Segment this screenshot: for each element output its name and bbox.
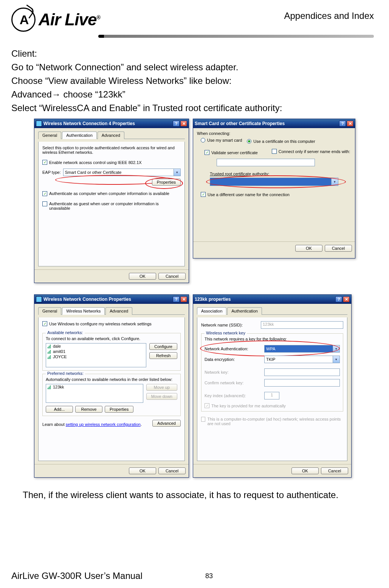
network-auth-select[interactable]: WPA [264, 345, 340, 353]
airlive-icon: A [11, 8, 36, 32]
close-button[interactable]: ✕ [180, 296, 187, 302]
configure-button[interactable]: Configure [149, 343, 177, 350]
header-divider [98, 35, 374, 38]
tab-association[interactable]: Association [197, 307, 226, 315]
help-button[interactable]: ? [173, 296, 180, 302]
network-key-input [264, 368, 340, 376]
help-button[interactable]: ? [339, 121, 346, 127]
window-icon [36, 121, 42, 127]
tab-authentication[interactable]: Authentication [227, 307, 262, 315]
closing-text: Then, if the wireless client wants to as… [23, 488, 374, 502]
section-title: Appendices and Index [284, 11, 374, 21]
enable-8021x-checkbox[interactable]: ✓Enable network access control using IEE… [42, 160, 142, 165]
signal-icon [48, 344, 51, 348]
window-title: Smart Card or other Certificate Properti… [195, 121, 339, 126]
window-title: Wireless Network Connection 4 Properties [43, 121, 173, 126]
list-item[interactable]: 123kk [46, 384, 143, 390]
cancel-button[interactable]: Cancel [158, 467, 186, 474]
move-down-button[interactable]: Move down [146, 393, 177, 400]
adhoc-checkbox: This is a computer-to-computer (ad hoc) … [201, 417, 343, 426]
confirm-key-label: Confirm network key: [205, 381, 261, 385]
smartcard-certificate-properties-window: Smart Card or other Certificate Properti… [193, 119, 355, 258]
list-item[interactable]: amit01 [46, 349, 146, 354]
trusted-root-select[interactable] [210, 178, 338, 186]
window-icon [36, 296, 42, 302]
tab-general[interactable]: General [38, 307, 61, 315]
data-encryption-label: Data encryption: [205, 357, 261, 362]
tab-general[interactable]: General [38, 132, 61, 139]
learn-about-text: Learn about setting up wireless network … [42, 422, 149, 427]
ssid-label: Network name (SSID): [201, 323, 258, 327]
key-index-label: Key index (advanced): [205, 393, 261, 398]
signal-icon [48, 350, 51, 354]
network-auth-label: Network Authentication: [205, 347, 261, 351]
network-key-label: Network key: [205, 370, 261, 374]
help-button[interactable]: ? [173, 121, 180, 127]
tab-authentication[interactable]: Authentication [62, 132, 97, 139]
learn-link[interactable]: setting up wireless network configuratio… [66, 422, 141, 427]
ssid-input: 123kk [261, 321, 343, 329]
properties-button[interactable]: Properties [105, 406, 133, 413]
connect-only-if-checkbox[interactable]: Connect only if server name ends with: [272, 149, 350, 154]
brand-logo: A Air Live® [11, 8, 100, 32]
list-item[interactable]: dale [46, 344, 146, 349]
advanced-button[interactable]: Advanced [152, 420, 181, 427]
tab-advanced[interactable]: Advanced [98, 132, 124, 139]
data-encryption-select[interactable]: TKIP [264, 356, 340, 363]
close-button[interactable]: ✕ [343, 296, 350, 302]
cancel-button[interactable]: Cancel [321, 467, 348, 474]
signal-icon [48, 355, 51, 359]
list-item[interactable]: JOYCE [46, 354, 146, 359]
key-auto-checkbox: ✓The key is provided for me automaticall… [205, 403, 286, 408]
use-certificate-radio[interactable]: Use a certificate on this computer [247, 139, 315, 144]
server-name-input[interactable] [217, 159, 315, 166]
use-smartcard-radio[interactable]: Use my smart card [201, 138, 242, 142]
remove-button[interactable]: Remove [75, 406, 102, 413]
available-desc: To connect to an available network, clic… [46, 336, 177, 341]
wireless-network-key-legend: Wireless network key [205, 331, 247, 335]
wireless-network-connection-props-window: Wireless Network Connection Properties ?… [34, 294, 189, 478]
use-windows-config-checkbox[interactable]: ✓Use Windows to configure my wireless ne… [42, 321, 152, 326]
signal-icon [48, 385, 51, 389]
preferred-desc: Automatically connect to available netwo… [46, 377, 177, 382]
available-networks-legend: Available networks: [46, 330, 85, 335]
refresh-button[interactable]: Refresh [149, 352, 177, 359]
auth-as-computer-checkbox[interactable]: ✓Authenticate as computer when computer … [42, 191, 169, 196]
eap-type-select[interactable]: Smart Card or other Certificate [63, 169, 181, 176]
wnk-desc: This network requires a key for the foll… [205, 337, 340, 341]
when-connecting-label: When connecting: [197, 131, 351, 136]
add-button[interactable]: Add... [46, 406, 73, 413]
key-index-spinner: 1 [264, 392, 279, 399]
ok-button[interactable]: OK [129, 273, 156, 280]
eap-type-label: EAP type: [42, 170, 61, 175]
tab-advanced[interactable]: Advanced [105, 307, 132, 315]
cancel-button[interactable]: Cancel [325, 245, 352, 252]
close-button[interactable]: ✕ [347, 121, 353, 127]
close-button[interactable]: ✕ [180, 121, 187, 127]
auth-as-guest-checkbox[interactable]: Authenticate as guest when user or compu… [42, 201, 181, 210]
properties-button[interactable]: Properties [152, 179, 181, 186]
ok-button[interactable]: OK [291, 467, 319, 474]
window-title: Wireless Network Connection Properties [43, 297, 173, 302]
move-up-button[interactable]: Move up [146, 384, 177, 391]
confirm-key-input [264, 379, 340, 387]
window-title: 123kk properties [195, 297, 335, 302]
wireless-connection-properties-window: Wireless Network Connection 4 Properties… [34, 119, 189, 283]
intro-line-3: Choose “View available Wireless Networks… [11, 74, 374, 88]
preferred-networks-list[interactable]: 123kk [46, 384, 143, 403]
tab-wireless-networks[interactable]: Wireless Networks [62, 307, 105, 315]
intro-line-2: Go to “Network Connection” and select wi… [11, 60, 374, 74]
auth-description: Select this option to provide authentica… [42, 145, 181, 155]
intro-line-5: Select “WirelessCA and Enable” in Truste… [11, 101, 374, 115]
help-button[interactable]: ? [335, 296, 342, 302]
available-networks-list[interactable]: dale amit01 JOYCE [46, 343, 146, 367]
manual-title: AirLive GW-300R User’s Manual [11, 571, 143, 581]
page-number: 83 [143, 572, 276, 580]
ok-button[interactable]: OK [295, 245, 322, 252]
trusted-root-label: Trusted root certificate authority: [210, 172, 351, 176]
ok-button[interactable]: OK [129, 467, 156, 474]
intro-line-4: Advanced→ choose “123kk” [11, 88, 374, 101]
different-username-checkbox[interactable]: ✓Use a different user name for the conne… [201, 192, 290, 197]
cancel-button[interactable]: Cancel [158, 273, 186, 280]
validate-server-cert-checkbox[interactable]: ✓Validate server certificate [205, 150, 258, 155]
